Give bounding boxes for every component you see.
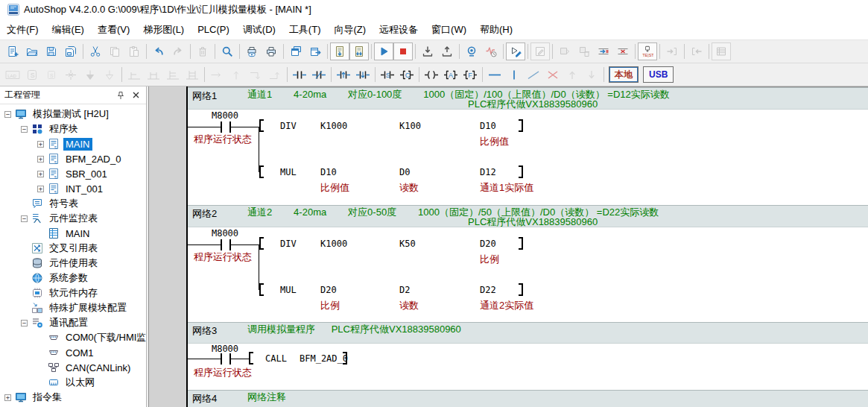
network-4-header[interactable]: 网络4网络注释 xyxy=(188,390,868,407)
open-project-button[interactable] xyxy=(22,42,42,60)
tree-item-monitor-table-main[interactable]: MAIN xyxy=(0,226,146,241)
print-preview-button[interactable] xyxy=(242,42,262,60)
menu-5[interactable]: PLC(P) xyxy=(191,20,236,39)
cut-button[interactable] xyxy=(86,42,105,60)
horizontal-line-button[interactable] xyxy=(485,66,504,83)
step-into-button[interactable] xyxy=(662,42,682,60)
expand-icon[interactable]: + xyxy=(4,394,11,401)
compile-all-button[interactable] xyxy=(349,42,369,60)
tree-item-soft-device-memory[interactable]: 软元件内存 xyxy=(0,285,146,300)
tree-item-system-parameters[interactable]: 系统参数 xyxy=(0,271,146,285)
tree-item-comm-config[interactable]: −通讯配置 xyxy=(0,315,146,330)
tree-item-symbol-table[interactable]: 符号表 xyxy=(0,196,146,211)
menu-7[interactable]: 工具(T) xyxy=(282,19,328,40)
usb-button[interactable]: USB xyxy=(643,66,674,83)
expand-icon[interactable]: + xyxy=(37,156,44,163)
stop-button[interactable] xyxy=(393,42,413,60)
menu-8[interactable]: 向导(Z) xyxy=(327,19,373,40)
save-button[interactable] xyxy=(42,42,61,60)
step-rung-2-button[interactable] xyxy=(144,66,163,83)
expand-icon[interactable]: + xyxy=(37,186,44,192)
menu-11[interactable]: 帮助(H) xyxy=(473,19,519,40)
opcode[interactable]: MUL xyxy=(280,285,297,295)
lad-mode-button[interactable]: LAD xyxy=(3,66,22,83)
step-rung-1-button[interactable] xyxy=(124,66,144,83)
contact-open-button[interactable] xyxy=(290,66,309,83)
instruction-mul[interactable]: MULD20比例D2读数D22通道2实际值 xyxy=(188,285,868,313)
operand[interactable]: D22 xyxy=(480,285,496,295)
network-2-header[interactable]: 网络2通道2 4-20ma 对应0-50度 1000（固定）/50（上限值）/D… xyxy=(188,205,868,227)
operand[interactable]: K1000 xyxy=(320,239,347,249)
operand[interactable]: BFM_2AD_0 xyxy=(300,353,348,364)
usb-test-button[interactable]: TE|ST xyxy=(638,42,657,60)
collapse-icon[interactable]: − xyxy=(21,215,28,222)
write-monitor-button[interactable] xyxy=(506,42,525,60)
redo-button[interactable] xyxy=(168,42,188,60)
operand[interactable]: K100 xyxy=(399,121,421,131)
contact-set-button[interactable]: S xyxy=(378,66,397,83)
new-project-button[interactable] xyxy=(3,42,22,60)
local-button[interactable]: 本地 xyxy=(609,66,639,83)
contact-closed-button[interactable] xyxy=(309,66,329,83)
tree-item-ethernet[interactable]: 以太网 xyxy=(0,375,146,390)
print-button[interactable] xyxy=(262,42,281,60)
tree-item-can-canlink[interactable]: CAN(CANLink) xyxy=(0,360,146,375)
vertical-line-button[interactable] xyxy=(504,66,524,83)
arrange-windows-button[interactable] xyxy=(305,42,325,60)
tree-item-program-blocks[interactable]: −程序块 xyxy=(0,122,146,136)
monitor-button[interactable] xyxy=(462,42,481,60)
pin-icon[interactable] xyxy=(115,90,127,101)
tree-item-cross-reference-table[interactable]: 交叉引用表 xyxy=(0,241,146,256)
step-out-button[interactable] xyxy=(687,42,706,60)
step-rung-4-button[interactable] xyxy=(183,66,202,83)
compile-button[interactable] xyxy=(330,42,349,60)
line-delete-button[interactable] xyxy=(524,66,543,83)
convert-delete-button[interactable] xyxy=(574,42,594,60)
upload-program-button[interactable] xyxy=(437,42,457,60)
tree-item-special-module-config[interactable]: 特殊扩展模块配置 xyxy=(0,300,146,315)
instruction-div[interactable]: DIVK1000K50D20比例 xyxy=(188,239,868,267)
operand[interactable]: D2 xyxy=(399,285,410,295)
expand-icon[interactable]: + xyxy=(37,171,44,177)
menu-2[interactable]: 编辑(E) xyxy=(45,19,91,40)
branch-button[interactable] xyxy=(61,66,80,83)
down-arrow-outline-button[interactable] xyxy=(100,66,119,83)
delete-button[interactable] xyxy=(193,42,212,60)
trace-button[interactable] xyxy=(481,42,501,60)
opcode[interactable]: DIV xyxy=(280,121,297,131)
tree-item-device-usage-table[interactable]: 元件使用表 xyxy=(0,256,146,271)
sfc-step-small-button[interactable]: S xyxy=(42,66,61,83)
instruction-mul[interactable]: MULD10比例值D0读数D12通道1实际值 xyxy=(188,167,868,195)
func-a-button[interactable]: A xyxy=(441,66,460,83)
operand[interactable]: D20 xyxy=(320,285,337,295)
operand[interactable]: D20 xyxy=(480,239,496,249)
arrow-up-button[interactable] xyxy=(226,66,246,83)
instruction-div[interactable]: DIVK1000K100D10比例值 xyxy=(188,121,868,149)
menu-3[interactable]: 查看(V) xyxy=(91,19,136,40)
operand[interactable]: D0 xyxy=(399,167,410,177)
run-button[interactable] xyxy=(374,42,393,60)
undo-button[interactable] xyxy=(149,42,168,60)
tree-item-com1[interactable]: COM1 xyxy=(0,345,146,360)
corner-down-button[interactable] xyxy=(246,66,265,83)
close-icon[interactable] xyxy=(130,90,142,101)
operand[interactable]: D12 xyxy=(480,167,496,177)
delete-row-button[interactable] xyxy=(613,42,633,60)
menu-4[interactable]: 梯形图(L) xyxy=(136,19,191,40)
contact-rising-button[interactable] xyxy=(334,66,353,83)
delete-x-button[interactable] xyxy=(543,66,563,83)
collapse-icon[interactable]: − xyxy=(4,111,11,118)
down-arrow-filled-button[interactable] xyxy=(80,66,100,83)
tree-item-program-sbr-001[interactable]: +sSBR_001 xyxy=(0,166,146,181)
network-3-header[interactable]: 网络3调用模拟量程序 PLC程序代做VX18839580960 xyxy=(188,322,868,344)
operand[interactable]: D10 xyxy=(480,121,496,131)
opcode[interactable]: CALL xyxy=(265,353,287,364)
find-button[interactable] xyxy=(218,42,237,60)
tree-item-device-monitor-table[interactable]: −元件监控表 xyxy=(0,211,146,226)
tree-item-program-main[interactable]: +sMAIN xyxy=(0,136,146,151)
memory-view-button[interactable] xyxy=(712,42,731,60)
arrow-up-2-button[interactable] xyxy=(563,66,582,83)
convert-button[interactable] xyxy=(555,42,574,60)
paste-button[interactable] xyxy=(124,42,144,60)
opcode[interactable]: MUL xyxy=(280,167,297,177)
